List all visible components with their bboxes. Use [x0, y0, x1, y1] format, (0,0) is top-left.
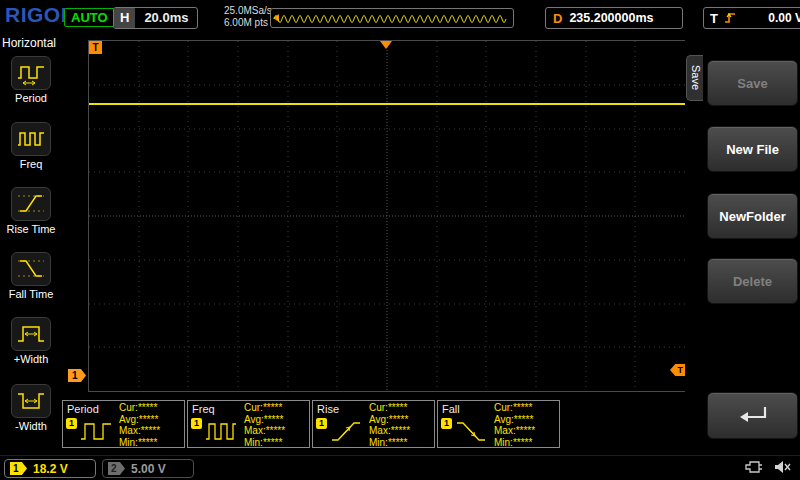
- plus-width-icon: [11, 317, 51, 351]
- ch1-offset-marker[interactable]: 1: [68, 369, 86, 382]
- system-icons: [744, 460, 792, 474]
- new-folder-button[interactable]: NewFolder: [707, 193, 798, 239]
- trigger-level-value: 0.00 V: [768, 11, 800, 25]
- measurement-rise: Rise 1 Cur:***** Avg:***** Max:***** Min…: [312, 400, 435, 448]
- rise-time-icon: [11, 187, 51, 221]
- channel1-scale: 18.2 V: [33, 462, 68, 476]
- meas-min: Min:*****: [494, 437, 535, 449]
- freq-icon: [11, 122, 51, 156]
- channel-status-bar: 1 18.2 V 2 5.00 V: [0, 455, 800, 480]
- measurement-name: Rise: [317, 403, 339, 415]
- meas-cur: Cur:*****: [369, 402, 410, 414]
- delay-label: D: [553, 11, 562, 26]
- usb-icon: [744, 460, 764, 474]
- sidebar-item-plus-width[interactable]: +Width: [0, 317, 62, 365]
- back-button[interactable]: [707, 392, 798, 439]
- grid-lines: [89, 41, 685, 391]
- measurement-freq: Freq 1 Cur:***** Avg:***** Max:***** Min…: [187, 400, 310, 448]
- new-file-button[interactable]: New File: [707, 126, 798, 172]
- measurement-row: Period 1 Cur:***** Avg:***** Max:***** M…: [62, 400, 560, 448]
- trigger-edge-icon: [723, 11, 737, 25]
- freq-glyph-icon: [203, 417, 239, 445]
- save-button[interactable]: Save: [707, 60, 798, 106]
- timebase-value: 20.0ms: [135, 8, 197, 28]
- measure-sidebar: Horizontal Period Freq: [0, 34, 62, 455]
- speaker-icon: [774, 460, 792, 474]
- rise-glyph-icon: [328, 417, 364, 445]
- fall-glyph-icon: [453, 417, 489, 445]
- sidebar-item-rise-time[interactable]: Rise Time: [0, 187, 62, 235]
- sidebar-title: Horizontal: [2, 36, 56, 50]
- sidebar-item-fall-time[interactable]: Fall Time: [0, 252, 62, 300]
- meas-min: Min:*****: [369, 437, 410, 449]
- delay-value: 235.200000ms: [569, 11, 653, 25]
- meas-cur: Cur:*****: [494, 402, 535, 414]
- measurement-values: Cur:***** Avg:***** Max:***** Min:*****: [494, 402, 535, 448]
- measurement-source-badge: 1: [316, 418, 327, 429]
- minus-width-icon: [11, 384, 51, 418]
- meas-cur: Cur:*****: [244, 402, 285, 414]
- trigger-position-marker-icon[interactable]: [380, 41, 392, 49]
- meas-min: Min:*****: [244, 437, 285, 449]
- fall-time-icon: [11, 252, 51, 286]
- menu-tab-save: Save: [686, 55, 703, 101]
- trigger-corner-marker: T: [89, 41, 102, 54]
- horizontal-timebase-box: H 20.0ms: [113, 7, 198, 29]
- channel2-scale: 5.00 V: [131, 462, 166, 476]
- sidebar-item-label: -Width: [0, 420, 62, 432]
- measurement-source-badge: 1: [191, 418, 202, 429]
- meas-max: Max:*****: [119, 425, 160, 437]
- measurement-values: Cur:***** Avg:***** Max:***** Min:*****: [244, 402, 285, 448]
- delete-button[interactable]: Delete: [707, 258, 798, 304]
- delay-box: D 235.200000ms: [545, 7, 683, 29]
- meas-avg: Avg:*****: [369, 414, 410, 426]
- sidebar-item-period[interactable]: Period: [0, 56, 62, 104]
- sample-rate: 25.0MSa/s: [224, 5, 272, 17]
- sidebar-item-freq[interactable]: Freq: [0, 122, 62, 170]
- trigger-label: T: [710, 11, 718, 26]
- sidebar-item-label: +Width: [0, 353, 62, 365]
- memory-depth: 6.00M pts: [224, 17, 272, 29]
- period-icon: [11, 56, 51, 90]
- meas-max: Max:*****: [244, 425, 285, 437]
- oscilloscope-screen: RIGOL AUTO H 20.0ms 25.0MSa/s 6.00M pts …: [0, 0, 800, 480]
- horizontal-label: H: [114, 8, 135, 28]
- return-arrow-icon: [733, 403, 773, 429]
- meas-max: Max:*****: [494, 425, 535, 437]
- measurement-period: Period 1 Cur:***** Avg:***** Max:***** M…: [62, 400, 185, 448]
- period-glyph-icon: [78, 417, 114, 445]
- sidebar-item-minus-width[interactable]: -Width: [0, 384, 62, 432]
- waveform-preview-bar: [270, 8, 514, 28]
- measurement-name: Period: [67, 403, 99, 415]
- sidebar-item-label: Freq: [0, 158, 62, 170]
- soft-menu: Save Save New File NewFolder Delete: [685, 34, 800, 455]
- measurement-values: Cur:***** Avg:***** Max:***** Min:*****: [119, 402, 160, 448]
- trigger-box: T 0.00 V: [703, 7, 800, 29]
- meas-avg: Avg:*****: [494, 414, 535, 426]
- channel2-status[interactable]: 2 5.00 V: [102, 459, 194, 478]
- meas-avg: Avg:*****: [119, 414, 160, 426]
- sidebar-item-label: Period: [0, 92, 62, 104]
- channel1-status[interactable]: 1 18.2 V: [4, 459, 96, 478]
- sidebar-item-label: Fall Time: [0, 288, 62, 300]
- measurement-source-badge: 1: [441, 418, 452, 429]
- measurement-values: Cur:***** Avg:***** Max:***** Min:*****: [369, 402, 410, 448]
- measurement-name: Fall: [442, 403, 460, 415]
- acquisition-info: 25.0MSa/s 6.00M pts: [224, 5, 272, 29]
- channel2-badge: 2: [108, 462, 125, 475]
- preview-wave-icon: [272, 10, 512, 26]
- meas-max: Max:*****: [369, 425, 410, 437]
- measurement-source-badge: 1: [66, 418, 77, 429]
- run-status-badge: AUTO: [64, 8, 115, 27]
- measurement-name: Freq: [192, 403, 215, 415]
- graticule: T T: [88, 40, 686, 392]
- meas-cur: Cur:*****: [119, 402, 160, 414]
- meas-min: Min:*****: [119, 437, 160, 449]
- ch1-waveform-trace: [89, 103, 685, 105]
- sidebar-item-label: Rise Time: [0, 223, 62, 235]
- channel1-badge: 1: [10, 462, 27, 475]
- measurement-fall: Fall 1 Cur:***** Avg:***** Max:***** Min…: [437, 400, 560, 448]
- meas-avg: Avg:*****: [244, 414, 285, 426]
- top-status-bar: RIGOL AUTO H 20.0ms 25.0MSa/s 6.00M pts …: [0, 0, 800, 34]
